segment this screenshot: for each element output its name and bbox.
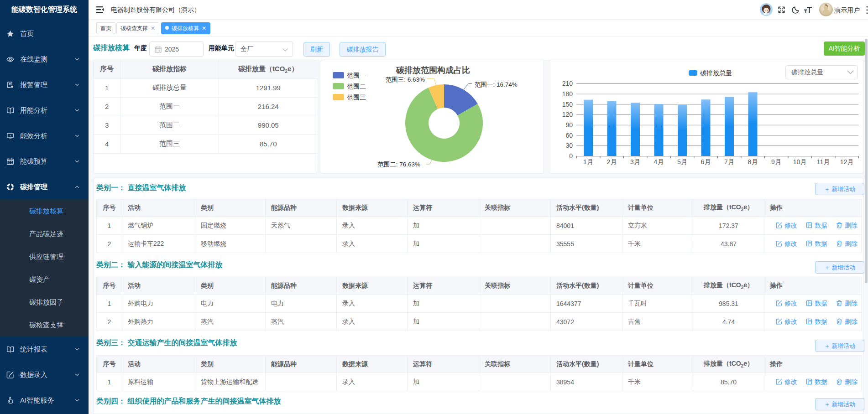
svg-text:60: 60 — [565, 132, 573, 139]
svg-text:6月: 6月 — [701, 158, 711, 166]
svg-text:范围一: 16.74%: 范围一: 16.74% — [475, 81, 518, 88]
svg-text:碳排放总量: 碳排放总量 — [791, 68, 823, 76]
svg-text:7月: 7月 — [724, 158, 734, 166]
svg-text:30: 30 — [565, 142, 573, 149]
svg-text:范围三: 6.63%: 范围三: 6.63% — [386, 76, 425, 83]
svg-text:2月: 2月 — [607, 158, 617, 166]
svg-text:210: 210 — [562, 80, 573, 87]
svg-text:8月: 8月 — [748, 158, 758, 166]
svg-text:90: 90 — [565, 121, 573, 129]
svg-text:范围三: 范围三 — [347, 93, 366, 101]
svg-text:范围二: 76.63%: 范围二: 76.63% — [377, 161, 420, 168]
svg-text:3月: 3月 — [630, 158, 640, 166]
svg-text:碳排放总量: 碳排放总量 — [700, 69, 732, 77]
svg-text:4月: 4月 — [654, 158, 664, 166]
svg-text:150: 150 — [562, 101, 573, 108]
svg-text:碳排放范围构成占比: 碳排放范围构成占比 — [396, 66, 470, 75]
svg-text:12月: 12月 — [840, 158, 854, 166]
svg-text:范围一: 范围一 — [347, 72, 366, 79]
svg-text:范围二: 范围二 — [347, 83, 366, 90]
svg-text:9月: 9月 — [771, 158, 781, 166]
svg-text:11月: 11月 — [817, 158, 830, 166]
svg-text:10月: 10月 — [793, 158, 807, 166]
svg-text:120: 120 — [562, 111, 573, 118]
svg-text:5月: 5月 — [677, 158, 687, 166]
svg-text:180: 180 — [562, 90, 573, 98]
svg-text:1月: 1月 — [583, 158, 593, 166]
svg-text:0: 0 — [569, 152, 573, 160]
